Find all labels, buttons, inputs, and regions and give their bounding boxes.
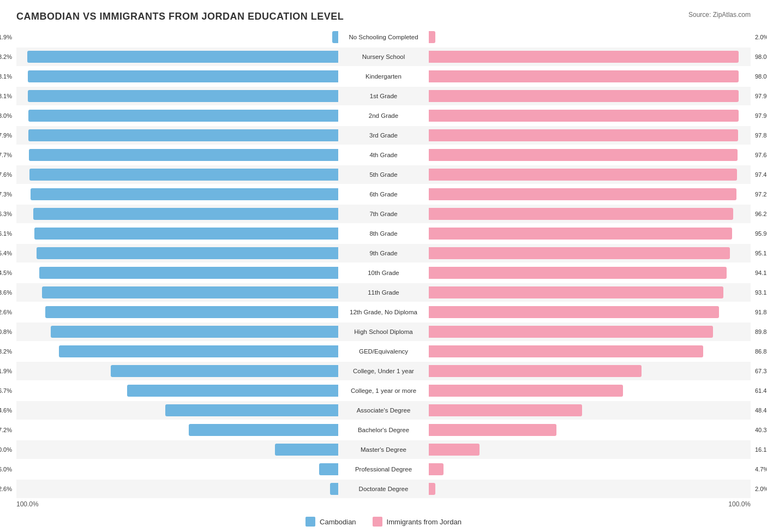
right-value-label: 4.7% (755, 466, 767, 473)
left-bar-container: 6.0% (16, 460, 338, 479)
right-bar-container: 2.0% (429, 28, 751, 46)
legend-jordan: Immigrants from Jordan (373, 517, 462, 527)
right-bar (429, 444, 480, 456)
row-label: Master's Degree (338, 446, 429, 453)
legend-cambodian: Cambodian (305, 517, 356, 527)
left-bar-container: 1.9% (16, 28, 338, 46)
left-bar-container: 98.2% (16, 47, 338, 66)
right-bar-container: 97.8% (429, 126, 751, 145)
left-bar (51, 326, 338, 338)
right-bar-container: 4.7% (429, 460, 751, 479)
chart-row: 2.6% Doctorate Degree 2.0% (16, 480, 751, 498)
chart-row: 90.8% High School Diploma 89.8% (16, 322, 751, 341)
left-bar-container: 97.7% (16, 146, 338, 164)
row-label: College, 1 year or more (338, 387, 429, 394)
left-bar-container: 71.9% (16, 362, 338, 380)
right-bar-container: 67.3% (429, 362, 751, 380)
left-value-label: 92.6% (0, 309, 12, 315)
right-bar-container: 97.4% (429, 165, 751, 184)
right-bar (429, 149, 738, 161)
chart-row: 96.3% 7th Grade 96.2% (16, 205, 751, 223)
right-bar-container: 89.8% (429, 322, 751, 341)
chart-row: 98.1% Kindergarten 98.0% (16, 67, 751, 86)
row-label: 12th Grade, No Diploma (338, 309, 429, 315)
left-value-label: 98.1% (0, 73, 12, 80)
axis-left-label: 100.0% (16, 500, 39, 508)
axis-right-label: 100.0% (728, 500, 751, 508)
row-label: Professional Degree (338, 466, 429, 473)
legend: Cambodian Immigrants from Jordan (16, 517, 751, 527)
right-bar (429, 247, 730, 259)
right-bar-container: 95.1% (429, 244, 751, 262)
chart-title: CAMBODIAN VS IMMIGRANTS FROM JORDAN EDUC… (16, 11, 751, 22)
right-bar-container: 16.1% (429, 440, 751, 459)
right-value-label: 86.8% (755, 348, 767, 355)
left-bar-container: 98.1% (16, 87, 338, 105)
chart-row: 97.3% 6th Grade 97.2% (16, 185, 751, 204)
row-label: College, Under 1 year (338, 368, 429, 374)
right-value-label: 16.1% (755, 446, 767, 453)
left-bar-container: 96.1% (16, 224, 338, 243)
left-value-label: 93.6% (0, 289, 12, 296)
left-bar (34, 228, 338, 240)
left-bar-container: 88.2% (16, 342, 338, 361)
left-bar-container: 47.2% (16, 421, 338, 439)
left-value-label: 2.6% (0, 486, 12, 492)
left-value-label: 98.2% (0, 53, 12, 60)
right-bar (429, 90, 739, 102)
left-bar (28, 110, 338, 122)
row-label: High School Diploma (338, 328, 429, 335)
left-bar-container: 98.1% (16, 67, 338, 86)
right-bar (429, 208, 733, 220)
row-label: Bachelor's Degree (338, 427, 429, 433)
right-bar (429, 483, 435, 495)
left-value-label: 47.2% (0, 427, 12, 433)
right-value-label: 48.4% (755, 407, 767, 414)
right-value-label: 97.9% (755, 112, 767, 119)
left-bar-container: 94.5% (16, 264, 338, 282)
left-bar (330, 483, 338, 495)
chart-row: 97.6% 5th Grade 97.4% (16, 165, 751, 184)
right-bar (429, 345, 703, 357)
left-bar (27, 51, 338, 63)
right-bar-container: 94.1% (429, 264, 751, 282)
left-bar (29, 169, 338, 181)
right-bar-container: 91.8% (429, 303, 751, 321)
right-value-label: 89.8% (755, 328, 767, 335)
right-value-label: 93.1% (755, 289, 767, 296)
right-value-label: 96.2% (755, 211, 767, 217)
left-bar-container: 92.6% (16, 303, 338, 321)
left-bar-container: 97.3% (16, 185, 338, 204)
right-bar (429, 365, 642, 377)
row-label: 2nd Grade (338, 112, 429, 119)
source-label: Source: ZipAtlas.com (688, 11, 751, 19)
left-bar (33, 208, 338, 220)
left-value-label: 96.1% (0, 230, 12, 237)
chart-row: 47.2% Bachelor's Degree 40.3% (16, 421, 751, 439)
left-value-label: 54.6% (0, 407, 12, 414)
right-value-label: 2.0% (755, 34, 767, 40)
left-bar-container: 93.6% (16, 283, 338, 302)
left-value-label: 66.7% (0, 387, 12, 394)
row-label: GED/Equivalency (338, 348, 429, 355)
left-bar (45, 306, 338, 318)
chart-row: 54.6% Associate's Degree 48.4% (16, 401, 751, 420)
chart-row: 95.4% 9th Grade 95.1% (16, 244, 751, 262)
row-label: Associate's Degree (338, 407, 429, 414)
left-value-label: 98.0% (0, 112, 12, 119)
left-value-label: 71.9% (0, 368, 12, 374)
left-bar-container: 54.6% (16, 401, 338, 420)
left-bar-container: 2.6% (16, 480, 338, 498)
row-label: 3rd Grade (338, 132, 429, 139)
row-label: 10th Grade (338, 270, 429, 276)
right-bar-container: 40.3% (429, 421, 751, 439)
right-bar (429, 267, 727, 279)
right-value-label: 97.4% (755, 171, 767, 178)
left-bar-container: 20.0% (16, 440, 338, 459)
chart-row: 93.6% 11th Grade 93.1% (16, 283, 751, 302)
left-bar-container: 98.0% (16, 106, 338, 125)
chart-row: 98.0% 2nd Grade 97.9% (16, 106, 751, 125)
left-value-label: 1.9% (0, 34, 12, 40)
right-bar (429, 286, 723, 298)
chart-row: 94.5% 10th Grade 94.1% (16, 264, 751, 282)
